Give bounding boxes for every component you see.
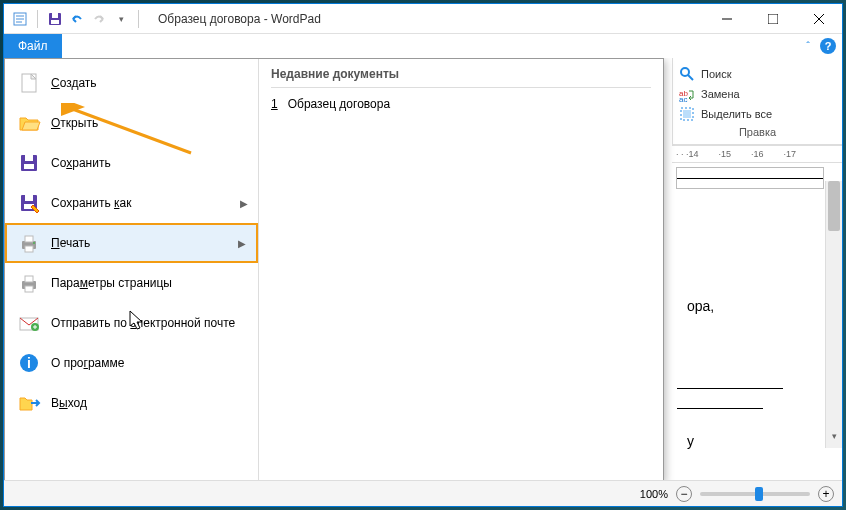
submenu-arrow-icon: ▶ bbox=[240, 198, 248, 209]
file-menu-commands: Создать Открыть Сохранить Сохранить как … bbox=[5, 59, 259, 480]
zoom-in-button[interactable]: + bbox=[818, 486, 834, 502]
file-menu: Создать Открыть Сохранить Сохранить как … bbox=[4, 58, 664, 480]
svg-rect-22 bbox=[24, 164, 34, 169]
editing-group-caption: Правка bbox=[679, 124, 836, 142]
find-label: Поиск bbox=[701, 68, 731, 80]
save-as-icon bbox=[17, 191, 41, 215]
file-print[interactable]: Печать ▶ bbox=[5, 223, 258, 263]
zoom-out-button[interactable]: − bbox=[676, 486, 692, 502]
menu-label: Параметры страницы bbox=[51, 276, 172, 290]
app-icon bbox=[12, 11, 28, 27]
svg-rect-28 bbox=[25, 246, 33, 252]
menu-label: О программе bbox=[51, 356, 124, 370]
svg-rect-8 bbox=[768, 14, 778, 24]
help-icon[interactable]: ? bbox=[820, 38, 836, 54]
window-title: Образец договора - WordPad bbox=[150, 12, 704, 26]
vertical-scrollbar[interactable]: ▴ ▾ bbox=[825, 181, 842, 448]
file-new[interactable]: Создать bbox=[5, 63, 258, 103]
window-controls bbox=[704, 4, 842, 34]
scroll-down-icon[interactable]: ▾ bbox=[826, 431, 842, 448]
editing-group: Поиск abac Замена Выделить все Правка bbox=[672, 58, 842, 145]
doc-text-fragment: у bbox=[687, 433, 694, 449]
recent-document-name: Образец договора bbox=[288, 97, 390, 111]
info-icon: i bbox=[17, 351, 41, 375]
document-area[interactable]: ора, у bbox=[676, 167, 824, 189]
zoom-slider[interactable] bbox=[700, 492, 810, 496]
workspace: ект Поиск abac Замена Выделить все Правк… bbox=[4, 58, 842, 480]
svg-rect-32 bbox=[25, 286, 33, 292]
menu-label: Сохранить bbox=[51, 156, 111, 170]
save-icon[interactable] bbox=[47, 11, 63, 27]
undo-icon[interactable] bbox=[69, 11, 85, 27]
svg-point-29 bbox=[33, 242, 35, 244]
redo-icon[interactable] bbox=[91, 11, 107, 27]
statusbar: 100% − + bbox=[4, 480, 842, 506]
file-send-email[interactable]: Отправить по электронной почте bbox=[5, 303, 258, 343]
menu-label: Печать bbox=[51, 236, 90, 250]
recent-document-index: 1 bbox=[271, 97, 278, 111]
close-button[interactable] bbox=[796, 4, 842, 34]
maximize-button[interactable] bbox=[750, 4, 796, 34]
app-window: ▾ Образец договора - WordPad Файл ˆ ? bbox=[3, 3, 843, 507]
file-save[interactable]: Сохранить bbox=[5, 143, 258, 183]
zoom-slider-thumb[interactable] bbox=[755, 487, 763, 501]
menu-label: Открыть bbox=[51, 116, 98, 130]
svg-rect-24 bbox=[25, 195, 33, 201]
doc-text-fragment: ора, bbox=[687, 298, 714, 314]
email-icon bbox=[17, 311, 41, 335]
submenu-arrow-icon: ▶ bbox=[238, 238, 246, 249]
select-all-label: Выделить все bbox=[701, 108, 772, 120]
new-document-icon bbox=[17, 71, 41, 95]
printer-icon bbox=[17, 231, 41, 255]
file-page-setup[interactable]: Параметры страницы bbox=[5, 263, 258, 303]
svg-rect-6 bbox=[51, 20, 59, 24]
menu-label: Отправить по электронной почте bbox=[51, 316, 235, 330]
recent-document-item[interactable]: 1 Образец договора bbox=[271, 94, 651, 114]
replace-label: Замена bbox=[701, 88, 740, 100]
recent-documents-header: Недавние документы bbox=[271, 67, 651, 88]
ruler: · · ·14 ·15 ·16 ·17 bbox=[672, 145, 842, 163]
scroll-thumb[interactable] bbox=[828, 181, 840, 231]
find-button[interactable]: Поиск bbox=[679, 64, 836, 84]
file-open[interactable]: Открыть bbox=[5, 103, 258, 143]
file-about[interactable]: i О программе bbox=[5, 343, 258, 383]
menu-label: Выход bbox=[51, 396, 87, 410]
menu-label: Сохранить как bbox=[51, 196, 131, 210]
right-panel: ект Поиск abac Замена Выделить все Правк… bbox=[672, 58, 842, 448]
svg-text:ac: ac bbox=[679, 95, 687, 102]
quick-access-toolbar: ▾ bbox=[4, 10, 150, 28]
minimize-button[interactable] bbox=[704, 4, 750, 34]
file-exit[interactable]: Выход bbox=[5, 383, 258, 423]
svg-rect-31 bbox=[25, 276, 33, 282]
page-setup-icon bbox=[17, 271, 41, 295]
select-all-button[interactable]: Выделить все bbox=[679, 104, 836, 124]
ribbon-tabs: Файл ˆ ? bbox=[4, 34, 842, 58]
titlebar: ▾ Образец договора - WordPad bbox=[4, 4, 842, 34]
open-folder-icon bbox=[17, 111, 41, 135]
file-menu-recent: Недавние документы 1 Образец договора bbox=[259, 59, 663, 480]
svg-rect-21 bbox=[25, 155, 33, 161]
svg-rect-27 bbox=[25, 236, 33, 242]
svg-point-13 bbox=[681, 68, 689, 76]
collapse-ribbon-icon[interactable]: ˆ bbox=[806, 40, 810, 52]
svg-rect-5 bbox=[52, 13, 58, 18]
zoom-level-label: 100% bbox=[640, 488, 668, 500]
qat-dropdown-icon[interactable]: ▾ bbox=[113, 11, 129, 27]
svg-line-14 bbox=[688, 75, 693, 80]
save-disk-icon bbox=[17, 151, 41, 175]
file-save-as[interactable]: Сохранить как ▶ bbox=[5, 183, 258, 223]
svg-text:i: i bbox=[27, 355, 31, 371]
menu-label: Создать bbox=[51, 76, 97, 90]
replace-button[interactable]: abac Замена bbox=[679, 84, 836, 104]
svg-rect-18 bbox=[683, 110, 691, 118]
exit-icon bbox=[17, 391, 41, 415]
file-tab[interactable]: Файл bbox=[4, 34, 62, 58]
